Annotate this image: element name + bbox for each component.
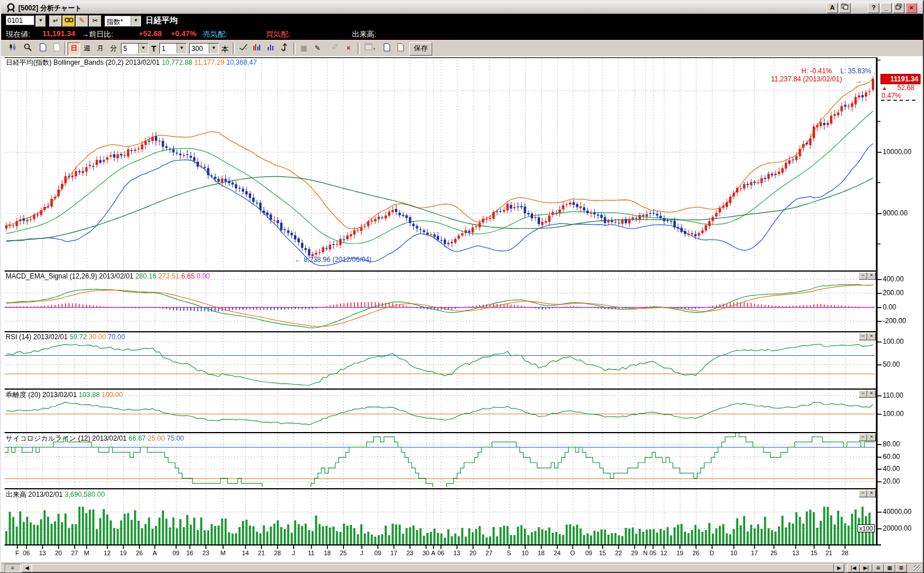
page-copy-button[interactable] xyxy=(36,42,49,56)
scroll-right-button[interactable]: ▶ xyxy=(834,564,844,572)
date-axis-label: D xyxy=(710,550,714,556)
date-axis-label: 09 xyxy=(374,550,381,556)
minute-interval-select[interactable]: 5 ▼ xyxy=(121,43,148,54)
panel-close-button[interactable]: × xyxy=(867,434,876,441)
save-button[interactable]: 保存 xyxy=(409,42,432,56)
symbol-code-input[interactable] xyxy=(6,15,34,25)
panel-minimize-button[interactable]: − xyxy=(859,390,867,398)
indicator-sub-button[interactable] xyxy=(264,42,277,56)
restore-button[interactable] xyxy=(893,3,905,13)
chevron-down-icon[interactable]: ▼ xyxy=(209,44,218,53)
go-first-button[interactable]: |◀ xyxy=(847,564,860,572)
period-month-button[interactable]: 月 xyxy=(94,42,107,56)
panel-minimize-button[interactable]: − xyxy=(859,434,867,441)
chart-plot-area[interactable] xyxy=(5,57,883,552)
delete-all-button[interactable]: × xyxy=(342,42,355,56)
go-last-button[interactable]: ▶| xyxy=(860,564,872,572)
bid-label: 買気配: xyxy=(266,29,291,40)
period-week-button[interactable]: 週 xyxy=(81,42,93,56)
price-level-dashes xyxy=(881,100,915,101)
tick-interval-select[interactable]: 1 ▼ xyxy=(159,43,187,54)
help-button[interactable]: ? xyxy=(868,3,879,13)
bar-count-select[interactable]: 300 ▼ xyxy=(189,43,219,54)
toolbar-separator xyxy=(358,42,360,54)
up-arrow-icon: ▲ xyxy=(882,85,887,91)
draw-tool-button[interactable]: ✎ xyxy=(311,42,324,56)
panel-close-button[interactable]: × xyxy=(867,333,876,340)
title-bar[interactable]: [5002] 分析チャート A ? _ × xyxy=(1,1,923,14)
horizontal-scrollbar[interactable]: ≡ ◀ ▶ |◀ ▶| ⊕ ▦ ⊠ xyxy=(1,563,923,572)
macd-panel-header: MACD_EMA_Signal (12,26,9) 2013/02/01 280… xyxy=(6,272,210,280)
chevron-down-icon[interactable]: ▼ xyxy=(177,44,186,53)
zoom-tool-button[interactable] xyxy=(21,42,34,56)
date-axis-label: 17 xyxy=(751,550,758,556)
panel-minimize-button[interactable]: − xyxy=(859,272,867,280)
search-binoculars-button[interactable] xyxy=(62,15,75,27)
panel-close-button[interactable]: × xyxy=(867,272,876,280)
font-a-button[interactable]: A xyxy=(827,3,838,13)
panel-close-button[interactable]: × xyxy=(867,490,876,497)
price-change-value: 52.68 xyxy=(897,84,914,92)
copy-icon xyxy=(841,3,848,10)
high-pct-annotation: H: -0.41% xyxy=(801,67,832,75)
close-button[interactable]: × xyxy=(906,3,917,13)
page-paste-button[interactable] xyxy=(49,42,63,56)
rsi-header-text: 70.00 xyxy=(108,333,125,341)
chevron-down-icon[interactable]: ▼ xyxy=(138,44,148,53)
zoom-in-button[interactable]: ⊕ xyxy=(872,564,884,572)
psych-panel-header: サイコロジカルライン (12) 2013/02/01 66.67 25.00 7… xyxy=(6,434,184,444)
chevron-down-icon[interactable]: ▼ xyxy=(131,16,140,26)
change-pct-value: +0.47% xyxy=(171,29,196,38)
date-axis-label: 28 xyxy=(274,550,281,556)
load-template-button[interactable] xyxy=(393,42,407,56)
bar-count-value: 300 xyxy=(191,45,203,53)
indicator-main-button[interactable] xyxy=(250,42,264,56)
grid-button[interactable]: ▦ xyxy=(884,564,895,572)
kairi-header-text: 乖離度 (20) 2013/02/01 xyxy=(6,391,79,399)
date-axis-label: 13 xyxy=(39,550,46,556)
date-axis-label: 27 xyxy=(71,550,78,556)
date-axis-label: 09 xyxy=(173,550,179,556)
scrollbar-thumb[interactable] xyxy=(32,564,834,572)
panel-close-button[interactable]: × xyxy=(867,390,876,398)
symbol-type-value: 指数* xyxy=(107,17,123,27)
date-axis-label: 25 xyxy=(340,550,347,556)
symbol-type-select[interactable]: 指数* ▼ xyxy=(104,15,141,26)
enter-button[interactable]: ↵ xyxy=(49,15,62,27)
current-price-value: 11,191.34 xyxy=(42,29,75,38)
close-pane-button[interactable]: ⊠ xyxy=(895,564,907,572)
macd-header-text: 280.16 xyxy=(135,272,158,280)
candle-style-button[interactable] xyxy=(6,42,19,56)
layout-select-button[interactable]: ▼ xyxy=(361,42,379,56)
minimize-button[interactable]: _ xyxy=(880,3,892,13)
splitter-grip[interactable]: ≡ xyxy=(5,564,21,572)
scale-adjust-button[interactable] xyxy=(277,42,291,56)
psych-header-text: 75.00 xyxy=(167,434,184,442)
date-axis-label: F xyxy=(15,550,19,556)
instrument-name: 日経平均 xyxy=(146,15,178,26)
main-panel-header: 日経平均(指数) Bollinger_Bands (20,2) 2013/02/… xyxy=(6,58,257,68)
rsi-panel-header: RSI (14) 2013/02/01 59.72 30.00 70.00 xyxy=(6,333,125,341)
panel-minimize-button[interactable]: − xyxy=(859,333,867,340)
main-axis-label: 9000.00 xyxy=(883,209,907,217)
blue-bars-icon xyxy=(267,43,275,51)
clear-button[interactable]: ✂ xyxy=(89,15,101,27)
page-icon xyxy=(397,43,404,52)
chevron-down-icon: ▼ xyxy=(373,47,377,51)
date-axis-label: A xyxy=(152,550,156,556)
trendline-tool-button[interactable] xyxy=(236,42,250,56)
memo-button[interactable]: ✎ xyxy=(76,15,88,27)
grid-toggle-button[interactable]: ▦ xyxy=(297,42,311,56)
symbol-dropdown-button[interactable]: ▼ xyxy=(36,15,46,27)
save-template-button[interactable] xyxy=(379,42,393,56)
date-axis-label: 18 xyxy=(324,550,331,556)
date-axis-label: 15 xyxy=(811,550,817,556)
kairi-axis-label: 110.00 xyxy=(883,391,903,399)
erase-tool-button[interactable] xyxy=(328,42,342,56)
copy-window-button[interactable] xyxy=(839,3,851,13)
period-minute-button[interactable]: 分 xyxy=(107,42,120,56)
panel-minimize-button[interactable]: − xyxy=(859,490,867,497)
resize-grip[interactable] xyxy=(914,565,921,571)
scroll-left-button[interactable]: ◀ xyxy=(22,564,32,572)
period-day-button[interactable]: 日 xyxy=(68,42,80,56)
